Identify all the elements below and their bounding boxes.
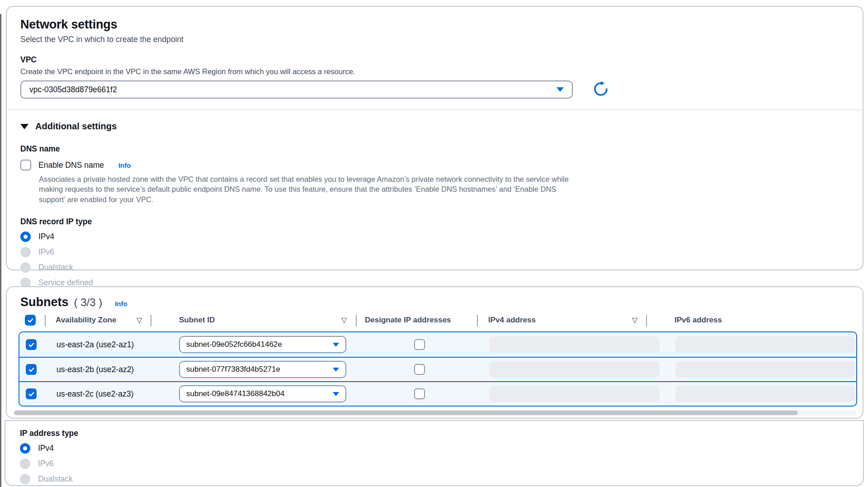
vpc-label: VPC [20, 55, 849, 65]
table-row: us-east-2b (use2-az2) subnet-077f7383fd4… [19, 357, 856, 381]
ipv6-address-field-disabled [675, 386, 855, 402]
caret-down-icon [333, 343, 339, 347]
sort-icon[interactable]: ▽ [632, 316, 637, 324]
page-title: Network settings [20, 18, 849, 32]
vpc-select[interactable]: vpc-0305d38d879e661f2 [20, 80, 573, 99]
column-header-ipv4-address[interactable]: IPv4 address [488, 316, 536, 325]
ipv4-address-field-disabled [489, 361, 660, 378]
column-header-designate-ip: Designate IP addresses [365, 316, 451, 325]
subnet-id-select[interactable]: subnet-077f7383fd4b5271e [179, 361, 346, 378]
panel-left-edge [0, 14, 1, 487]
dns-name-description: Associates a private hosted zone with th… [39, 174, 581, 204]
ip-type-option-ipv4-label: IPv4 [38, 444, 54, 453]
radio-disabled-icon [20, 459, 30, 469]
select-all-checkbox[interactable] [25, 315, 36, 326]
ipv4-address-field-disabled [489, 336, 660, 353]
vpc-select-value: vpc-0305d38d879e661f2 [29, 85, 117, 95]
row-select-checkbox[interactable] [26, 364, 37, 375]
table-row: us-east-2a (use2-az1) subnet-09e052fc66b… [19, 332, 856, 357]
enable-dns-name-row: Enable DNS name Info [20, 160, 849, 170]
designate-ip-checkbox[interactable] [414, 339, 425, 350]
sort-icon[interactable]: ▽ [137, 316, 142, 324]
collapse-triangle-icon [20, 124, 28, 129]
column-header-availability-zone[interactable]: Availability Zone [56, 316, 116, 325]
additional-settings-label: Additional settings [35, 121, 117, 132]
scrollbar-thumb[interactable] [14, 411, 798, 415]
column-header-ipv6-address: IPv6 address [675, 316, 722, 325]
availability-zone-value: us-east-2b (use2-az2) [57, 365, 134, 374]
ipv6-address-field-disabled [675, 361, 855, 378]
subnets-header: Subnets ( 3/3 ) Info [20, 295, 863, 309]
radio-selected-icon[interactable] [20, 443, 30, 454]
additional-settings-toggle[interactable]: Additional settings [20, 121, 849, 132]
dns-name-info-link[interactable]: Info [118, 161, 131, 169]
dns-record-ip-type-label: DNS record IP type [20, 217, 849, 227]
column-divider [356, 315, 357, 326]
subnets-title: Subnets [20, 295, 69, 309]
row-select-checkbox[interactable] [26, 339, 37, 350]
vpc-select-row: vpc-0305d38d879e661f2 [20, 80, 849, 99]
ip-type-option-ipv4: IPv4 [20, 443, 849, 454]
refresh-button[interactable] [592, 80, 610, 99]
ip-type-option-dualstack: Dualstack [20, 474, 849, 484]
page-subtitle: Select the VPC in which to create the en… [20, 35, 849, 44]
ip-type-option-ipv6: IPv6 [20, 459, 849, 469]
table-row: us-east-2c (use2-az3) subnet-09e84741368… [19, 381, 856, 406]
sort-icon[interactable]: ▽ [341, 316, 347, 324]
column-header-subnet-id[interactable]: Subnet ID [179, 316, 215, 325]
designate-ip-checkbox[interactable] [414, 388, 425, 399]
dns-ip-option-ipv6: IPv6 [20, 247, 849, 257]
network-settings-card: Network settings Select the VPC in which… [6, 6, 863, 270]
caret-down-icon [333, 368, 339, 372]
designate-ip-checkbox[interactable] [414, 364, 425, 375]
enable-dns-name-text: Enable DNS name [38, 161, 104, 170]
ipv4-address-field-disabled [489, 386, 660, 402]
dns-name-label: DNS name [20, 144, 849, 154]
dns-ip-option-ipv4-label: IPv4 [38, 232, 54, 241]
availability-zone-value: us-east-2a (use2-az1) [57, 340, 134, 350]
subnets-table-card: Subnets ( 3/3 ) Info Availability Zone ▽… [6, 286, 863, 419]
row-select-checkbox[interactable] [26, 388, 37, 399]
enable-dns-name-checkbox[interactable] [20, 160, 31, 170]
dns-ip-option-dualstack-label: Dualstack [38, 263, 73, 272]
availability-zone-value: us-east-2c (use2-az3) [57, 389, 133, 399]
subnets-rows-container: us-east-2a (use2-az1) subnet-09e052fc66b… [19, 331, 857, 407]
subnets-counter: ( 3/3 ) [74, 296, 103, 309]
subnet-id-select[interactable]: subnet-09e052fc66b41462e [179, 336, 346, 353]
column-divider [151, 315, 151, 326]
radio-selected-icon[interactable] [20, 232, 31, 242]
subnet-id-value: subnet-077f7383fd4b5271e [186, 365, 280, 374]
horizontal-scrollbar[interactable] [13, 410, 856, 416]
subnets-info-link[interactable]: Info [115, 300, 127, 307]
column-divider [45, 315, 46, 326]
vpc-description: Create the VPC endpoint in the VPC in th… [20, 67, 849, 76]
radio-disabled-icon [20, 474, 30, 484]
radio-disabled-icon [20, 262, 31, 273]
ip-address-type-card: IP address type IPv4 IPv6 Dualstack [5, 420, 864, 486]
dns-ip-option-ipv4: IPv4 [20, 232, 849, 242]
subnet-id-select[interactable]: subnet-09e84741368842b04 [179, 385, 346, 402]
ip-type-option-ipv6-label: IPv6 [38, 459, 54, 468]
column-divider [477, 315, 478, 326]
dns-ip-option-dualstack: Dualstack [20, 262, 849, 273]
dns-ip-option-ipv6-label: IPv6 [38, 247, 54, 257]
ip-type-option-dualstack-label: Dualstack [38, 474, 73, 484]
ipv6-address-field-disabled [675, 336, 855, 353]
caret-down-icon [333, 392, 339, 396]
radio-disabled-icon [20, 247, 31, 257]
subnet-id-value: subnet-09e052fc66b41462e [186, 340, 282, 349]
subnet-id-value: subnet-09e84741368842b04 [186, 389, 284, 398]
column-divider [646, 315, 647, 326]
table-header-row: Availability Zone ▽ Subnet ID ▽ Designat… [7, 313, 863, 330]
section-divider [7, 109, 863, 110]
refresh-icon [592, 80, 609, 99]
caret-down-icon [557, 87, 564, 92]
ip-address-type-label: IP address type [20, 429, 849, 438]
